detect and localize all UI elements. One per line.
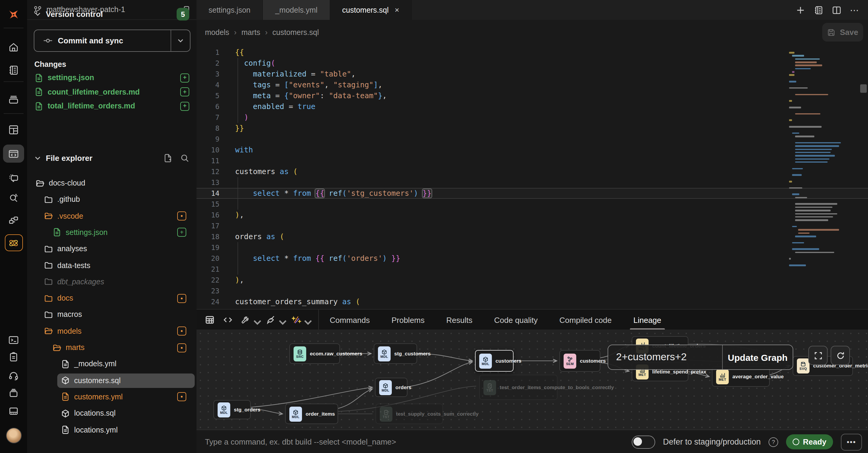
tree-item-settings-json[interactable]: settings.json+: [49, 225, 195, 240]
fullscreen-button[interactable]: [808, 346, 828, 365]
stage-add-icon[interactable]: +: [180, 73, 189, 82]
format-tool-icon[interactable]: [267, 315, 283, 325]
code-line-3[interactable]: 3 materialized = "table",: [196, 69, 868, 79]
code-line-10[interactable]: 10with: [196, 144, 868, 155]
code-editor[interactable]: 1{{2 config(3 materialized = "table",4 t…: [196, 47, 868, 309]
breadcrumb[interactable]: models› marts› customers.sql: [205, 28, 319, 37]
commit-options-caret[interactable]: [170, 30, 190, 51]
avatar-icon[interactable]: [0, 426, 27, 445]
tree-item-models[interactable]: models: [40, 324, 195, 338]
lineage-node-order-items[interactable]: MDLorder_items: [285, 403, 338, 424]
code-line-22[interactable]: 22),: [196, 275, 868, 286]
lineage-node-test-supply-costs-sum-correctly[interactable]: TSTtest_supply_costs_sum_correctly: [375, 403, 443, 424]
panel-tab-Problems[interactable]: Problems: [392, 310, 425, 330]
build-tool-icon[interactable]: [241, 315, 258, 325]
help-icon[interactable]: ?: [769, 437, 778, 447]
lineage-node-stg-customers[interactable]: MDLstg_customers: [374, 343, 417, 364]
breadcrumb-marts[interactable]: marts: [241, 28, 260, 37]
code-line-18[interactable]: 18orders as (: [196, 231, 868, 242]
code-line-14[interactable]: 14 select * from {{ ref('stg_customers')…: [196, 188, 868, 199]
lineage-node-orders[interactable]: MDLorders: [375, 378, 407, 397]
code-line-1[interactable]: 1{{: [196, 47, 868, 58]
code-line-17[interactable]: 17: [196, 221, 868, 231]
lineage-node-test-order-items-compute-to-bools-correctly[interactable]: TSTtest_order_items_compute_to_bools_cor…: [479, 375, 558, 400]
panel-tab-Code-quality[interactable]: Code quality: [494, 310, 538, 330]
stage-add-icon[interactable]: +: [180, 101, 189, 110]
network-icon[interactable]: [0, 211, 27, 229]
clipboard-icon[interactable]: [0, 348, 27, 366]
more-actions-button[interactable]: •••: [841, 433, 862, 450]
code-line-8[interactable]: 8}}: [196, 123, 868, 134]
tree-item-docs[interactable]: docs: [40, 291, 195, 305]
panel-tab-Lineage[interactable]: Lineage: [633, 310, 661, 330]
code-line-2[interactable]: 2 config(: [196, 58, 868, 69]
ready-status-badge[interactable]: Ready: [786, 434, 833, 449]
code-line-19[interactable]: 19: [196, 242, 868, 253]
notebook-icon[interactable]: [814, 5, 824, 15]
new-file-icon[interactable]: [163, 154, 173, 163]
new-tab-icon[interactable]: [796, 5, 805, 15]
panel-tab-Compiled-code[interactable]: Compiled code: [559, 310, 612, 330]
tree-item-customers-sql[interactable]: customers.sql: [57, 373, 195, 388]
fix-assist-icon[interactable]: [292, 315, 309, 325]
module-icon[interactable]: [0, 402, 27, 420]
close-tab-icon[interactable]: ×: [395, 5, 399, 14]
tree-item-dbt-packages[interactable]: dbt_packages: [40, 275, 195, 289]
explore-icon[interactable]: [0, 189, 27, 206]
editor-scrollbar[interactable]: [860, 84, 867, 93]
version-control-header[interactable]: Version control 5: [34, 8, 189, 21]
code-line-6[interactable]: 6 enabled = true: [196, 101, 868, 112]
code-line-5[interactable]: 5 meta = {"owner": "data-team"},: [196, 90, 868, 101]
tree-item--models-yml[interactable]: _models.yml: [57, 357, 195, 371]
tree-item-customers-yml[interactable]: customers.yml: [57, 390, 195, 404]
save-button[interactable]: Save: [822, 23, 863, 41]
defer-toggle[interactable]: [632, 435, 655, 449]
grid-icon[interactable]: [0, 121, 27, 138]
lineage-node-stg-orders[interactable]: MDLstg_orders: [213, 400, 251, 419]
headset-icon[interactable]: [0, 366, 27, 384]
code-line-4[interactable]: 4 tags = ["events", "staging"],: [196, 79, 868, 90]
tab-customers-sql[interactable]: customers.sql×: [330, 0, 412, 20]
code-line-20[interactable]: 20 select * from {{ ref('orders') }}: [196, 253, 868, 264]
changed-file-row[interactable]: count_lifetime_orders.md+: [34, 85, 189, 98]
chevron-down-icon[interactable]: [303, 317, 309, 323]
code-line-7[interactable]: 7 ): [196, 112, 868, 123]
code-line-21[interactable]: 21: [196, 264, 868, 275]
ide-icon[interactable]: [3, 144, 24, 163]
terminal-icon[interactable]: [0, 331, 27, 349]
panel-tab-Commands[interactable]: Commands: [330, 310, 370, 330]
chevron-down-icon[interactable]: [253, 317, 258, 323]
code-line-24[interactable]: 24customer_orders_summary as (: [196, 296, 868, 307]
code-line-13[interactable]: 13: [196, 177, 868, 188]
lineage-node-ecom-raw-customers[interactable]: SRCecom.raw_customers: [289, 343, 340, 364]
tab--models-yml[interactable]: _models.yml: [263, 0, 330, 20]
code-icon[interactable]: [223, 315, 233, 325]
split-editor-icon[interactable]: [832, 5, 841, 15]
home-icon[interactable]: [0, 38, 27, 56]
refresh-button[interactable]: [831, 346, 850, 365]
changed-file-row[interactable]: settings.json+: [34, 71, 189, 84]
commit-and-sync-button[interactable]: Commit and sync: [34, 30, 190, 52]
code-line-11[interactable]: 11: [196, 155, 868, 166]
tree-item-locations-yml[interactable]: locations.yml: [57, 423, 195, 437]
tab-settings-json[interactable]: settings.json: [196, 0, 263, 20]
command-input[interactable]: Type a command, ex. dbt build --select <…: [205, 437, 632, 446]
breadcrumb-file[interactable]: customers.sql: [273, 28, 319, 37]
lineage-canvas[interactable]: SRCecom.raw_customersMDLstg_customersMDL…: [196, 329, 868, 429]
orchestration-icon[interactable]: [0, 169, 27, 187]
results-table-icon[interactable]: [205, 315, 215, 325]
code-line-12[interactable]: 12customers as (: [196, 166, 868, 177]
copilot-icon[interactable]: [0, 234, 27, 252]
dbt-logo-icon[interactable]: [0, 5, 27, 24]
stage-add-icon[interactable]: +: [180, 87, 189, 96]
notebook-icon[interactable]: [0, 61, 27, 79]
file-explorer-header[interactable]: File explorer: [34, 154, 189, 163]
search-icon[interactable]: [180, 154, 189, 163]
inbox-icon[interactable]: [0, 90, 27, 108]
code-line-23[interactable]: 23: [196, 286, 868, 296]
tree-item-locations-sql[interactable]: locations.sql: [57, 406, 195, 420]
tree-item-docs-cloud[interactable]: docs-cloud: [32, 176, 195, 190]
chevron-down-icon[interactable]: [278, 317, 283, 323]
lineage-node-customers[interactable]: MDLcustomers: [475, 350, 514, 372]
changed-file-row[interactable]: total_lifetime_orders.md+: [34, 99, 189, 112]
